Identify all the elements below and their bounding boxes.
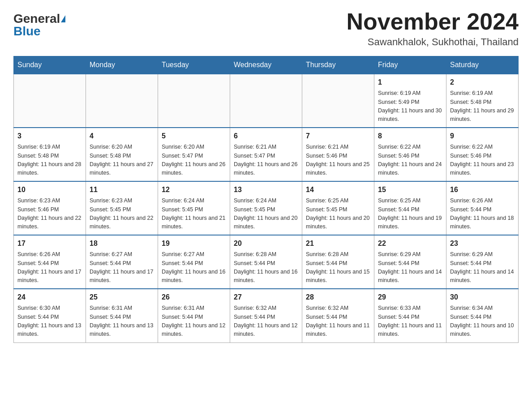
- weekday-header-monday: Monday: [86, 56, 158, 74]
- day-info: Sunrise: 6:26 AMSunset: 5:44 PMDaylight:…: [450, 197, 515, 231]
- day-info: Sunrise: 6:27 AMSunset: 5:44 PMDaylight:…: [162, 250, 226, 285]
- calendar-cell: 27Sunrise: 6:32 AMSunset: 5:44 PMDayligh…: [230, 289, 302, 342]
- week-row-4: 17Sunrise: 6:26 AMSunset: 5:44 PMDayligh…: [14, 235, 519, 289]
- day-number: 4: [90, 131, 154, 141]
- calendar-cell: 17Sunrise: 6:26 AMSunset: 5:44 PMDayligh…: [14, 235, 86, 289]
- header-row: SundayMondayTuesdayWednesdayThursdayFrid…: [14, 56, 519, 74]
- day-info: Sunrise: 6:31 AMSunset: 5:44 PMDaylight:…: [162, 304, 226, 339]
- day-info: Sunrise: 6:23 AMSunset: 5:45 PMDaylight:…: [90, 197, 154, 231]
- day-info: Sunrise: 6:29 AMSunset: 5:44 PMDaylight:…: [378, 250, 442, 285]
- day-info: Sunrise: 6:19 AMSunset: 5:48 PMDaylight:…: [450, 89, 515, 124]
- calendar-cell: 6Sunrise: 6:21 AMSunset: 5:47 PMDaylight…: [230, 128, 302, 181]
- calendar-cell: 29Sunrise: 6:33 AMSunset: 5:44 PMDayligh…: [374, 289, 446, 342]
- day-number: 23: [450, 238, 515, 249]
- day-number: 27: [234, 292, 298, 303]
- logo-blue-text: Blue: [13, 25, 41, 38]
- calendar-cell: [14, 74, 86, 128]
- day-info: Sunrise: 6:22 AMSunset: 5:46 PMDaylight:…: [450, 143, 515, 178]
- weekday-header-tuesday: Tuesday: [158, 56, 230, 74]
- calendar-cell: 11Sunrise: 6:23 AMSunset: 5:45 PMDayligh…: [86, 181, 158, 235]
- day-info: Sunrise: 6:21 AMSunset: 5:47 PMDaylight:…: [234, 143, 298, 178]
- calendar-cell: [230, 74, 302, 128]
- day-number: 8: [378, 131, 442, 141]
- weekday-header-saturday: Saturday: [446, 56, 519, 74]
- calendar-cell: 26Sunrise: 6:31 AMSunset: 5:44 PMDayligh…: [158, 289, 230, 342]
- day-number: 18: [90, 238, 154, 249]
- weekday-header-wednesday: Wednesday: [230, 56, 302, 74]
- weekday-header-sunday: Sunday: [14, 56, 86, 74]
- day-number: 1: [378, 77, 442, 88]
- day-info: Sunrise: 6:27 AMSunset: 5:44 PMDaylight:…: [90, 250, 154, 285]
- calendar-cell: 10Sunrise: 6:23 AMSunset: 5:46 PMDayligh…: [14, 181, 86, 235]
- week-row-3: 10Sunrise: 6:23 AMSunset: 5:46 PMDayligh…: [14, 181, 519, 235]
- calendar-cell: 1Sunrise: 6:19 AMSunset: 5:49 PMDaylight…: [374, 74, 446, 128]
- calendar-cell: 30Sunrise: 6:34 AMSunset: 5:44 PMDayligh…: [446, 289, 519, 342]
- calendar-cell: 14Sunrise: 6:25 AMSunset: 5:45 PMDayligh…: [302, 181, 374, 235]
- day-info: Sunrise: 6:33 AMSunset: 5:44 PMDaylight:…: [378, 304, 442, 339]
- day-number: 16: [450, 184, 515, 195]
- calendar-cell: [302, 74, 374, 128]
- day-number: 17: [17, 238, 82, 249]
- day-number: 24: [17, 292, 82, 303]
- day-info: Sunrise: 6:24 AMSunset: 5:45 PMDaylight:…: [162, 197, 226, 231]
- calendar-cell: [158, 74, 230, 128]
- day-number: 9: [450, 131, 515, 141]
- day-info: Sunrise: 6:28 AMSunset: 5:44 PMDaylight:…: [306, 250, 370, 285]
- title-area: November 2024 Sawankhalok, Sukhothai, Th…: [347, 9, 519, 48]
- calendar-cell: 25Sunrise: 6:31 AMSunset: 5:44 PMDayligh…: [86, 289, 158, 342]
- calendar-table: SundayMondayTuesdayWednesdayThursdayFrid…: [13, 56, 519, 343]
- day-info: Sunrise: 6:22 AMSunset: 5:46 PMDaylight:…: [378, 143, 442, 178]
- day-info: Sunrise: 6:19 AMSunset: 5:48 PMDaylight:…: [17, 143, 82, 178]
- week-row-5: 24Sunrise: 6:30 AMSunset: 5:44 PMDayligh…: [14, 289, 519, 342]
- day-number: 5: [162, 131, 226, 141]
- calendar-cell: 13Sunrise: 6:24 AMSunset: 5:45 PMDayligh…: [230, 181, 302, 235]
- calendar-cell: 22Sunrise: 6:29 AMSunset: 5:44 PMDayligh…: [374, 235, 446, 289]
- calendar-cell: 8Sunrise: 6:22 AMSunset: 5:46 PMDaylight…: [374, 128, 446, 181]
- calendar-cell: 19Sunrise: 6:27 AMSunset: 5:44 PMDayligh…: [158, 235, 230, 289]
- day-info: Sunrise: 6:25 AMSunset: 5:44 PMDaylight:…: [378, 197, 442, 231]
- calendar-cell: 18Sunrise: 6:27 AMSunset: 5:44 PMDayligh…: [86, 235, 158, 289]
- calendar-cell: 16Sunrise: 6:26 AMSunset: 5:44 PMDayligh…: [446, 181, 519, 235]
- calendar-cell: 9Sunrise: 6:22 AMSunset: 5:46 PMDaylight…: [446, 128, 519, 181]
- day-info: Sunrise: 6:26 AMSunset: 5:44 PMDaylight:…: [17, 250, 82, 285]
- weekday-header-friday: Friday: [374, 56, 446, 74]
- day-info: Sunrise: 6:24 AMSunset: 5:45 PMDaylight:…: [234, 197, 298, 231]
- calendar-cell: 20Sunrise: 6:28 AMSunset: 5:44 PMDayligh…: [230, 235, 302, 289]
- day-info: Sunrise: 6:32 AMSunset: 5:44 PMDaylight:…: [234, 304, 298, 339]
- day-info: Sunrise: 6:23 AMSunset: 5:46 PMDaylight:…: [17, 197, 82, 231]
- day-number: 21: [306, 238, 370, 249]
- calendar-cell: 12Sunrise: 6:24 AMSunset: 5:45 PMDayligh…: [158, 181, 230, 235]
- day-number: 3: [17, 131, 82, 141]
- day-number: 30: [450, 292, 515, 303]
- logo: General Blue: [13, 13, 65, 38]
- day-number: 26: [162, 292, 226, 303]
- day-info: Sunrise: 6:21 AMSunset: 5:46 PMDaylight:…: [306, 143, 370, 178]
- day-number: 28: [306, 292, 370, 303]
- day-info: Sunrise: 6:29 AMSunset: 5:44 PMDaylight:…: [450, 250, 515, 285]
- day-number: 25: [90, 292, 154, 303]
- day-number: 13: [234, 184, 298, 195]
- day-info: Sunrise: 6:30 AMSunset: 5:44 PMDaylight:…: [17, 304, 82, 339]
- day-info: Sunrise: 6:32 AMSunset: 5:44 PMDaylight:…: [306, 304, 370, 339]
- calendar-cell: 4Sunrise: 6:20 AMSunset: 5:48 PMDaylight…: [86, 128, 158, 181]
- day-number: 2: [450, 77, 515, 88]
- week-row-1: 1Sunrise: 6:19 AMSunset: 5:49 PMDaylight…: [14, 74, 519, 128]
- day-info: Sunrise: 6:28 AMSunset: 5:44 PMDaylight:…: [234, 250, 298, 285]
- day-info: Sunrise: 6:31 AMSunset: 5:44 PMDaylight:…: [90, 304, 154, 339]
- day-number: 11: [90, 184, 154, 195]
- calendar-cell: 15Sunrise: 6:25 AMSunset: 5:44 PMDayligh…: [374, 181, 446, 235]
- day-number: 29: [378, 292, 442, 303]
- day-number: 22: [378, 238, 442, 249]
- page-subtitle: Sawankhalok, Sukhothai, Thailand: [347, 36, 519, 48]
- calendar-cell: 21Sunrise: 6:28 AMSunset: 5:44 PMDayligh…: [302, 235, 374, 289]
- day-number: 19: [162, 238, 226, 249]
- day-number: 7: [306, 131, 370, 141]
- calendar-cell: 28Sunrise: 6:32 AMSunset: 5:44 PMDayligh…: [302, 289, 374, 342]
- day-number: 15: [378, 184, 442, 195]
- day-info: Sunrise: 6:19 AMSunset: 5:49 PMDaylight:…: [378, 89, 442, 124]
- calendar-cell: 7Sunrise: 6:21 AMSunset: 5:46 PMDaylight…: [302, 128, 374, 181]
- day-info: Sunrise: 6:25 AMSunset: 5:45 PMDaylight:…: [306, 197, 370, 231]
- day-number: 20: [234, 238, 298, 249]
- calendar-cell: 2Sunrise: 6:19 AMSunset: 5:48 PMDaylight…: [446, 74, 519, 128]
- day-info: Sunrise: 6:20 AMSunset: 5:48 PMDaylight:…: [90, 143, 154, 178]
